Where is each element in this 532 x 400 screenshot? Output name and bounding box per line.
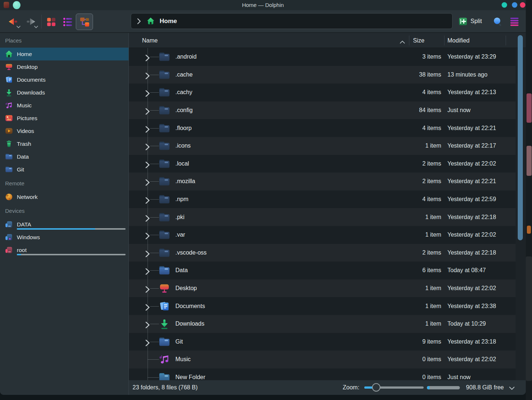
window-button-pink[interactable] [520,2,525,8]
table-row[interactable]: New Folder0 itemsJust now [129,368,516,380]
table-row[interactable]: .cache38 items13 minutes ago [129,66,516,84]
sidebar-item-data[interactable]: DATA [0,218,129,231]
file-name[interactable]: .vscode-oss [175,249,207,256]
table-row[interactable]: .floorp4 itemsYesterday at 22:21 [129,119,516,137]
folder-hidden-icon [158,229,171,241]
file-name[interactable]: .cache [175,71,193,78]
sidebar-item-data[interactable]: Data [0,150,129,163]
file-name[interactable]: .floorp [175,125,191,132]
breadcrumb-location[interactable]: Home [160,18,177,25]
column-header-name[interactable]: Name [142,33,158,48]
split-button[interactable]: Split [458,15,482,28]
file-name[interactable]: .local [175,160,189,167]
file-modified: Yesterday at 22:18 [447,249,496,256]
sidebar-item-desktop[interactable]: Desktop [0,60,129,73]
tree-branch-line [148,359,159,360]
table-row[interactable]: .icons1 itemYesterday at 22:17 [129,137,516,155]
sidebar-item-windows[interactable]: Windows [0,231,129,244]
table-row[interactable]: Downloads1 itemToday at 10:29 [129,315,516,333]
tree-branch-line [150,342,159,342]
table-row[interactable]: .mozilla2 itemsYesterday at 22:21 [129,173,516,190]
folder-icon [5,165,13,174]
free-space-chevron-icon[interactable] [509,385,515,389]
zoom-slider-handle[interactable] [372,383,380,392]
sidebar-item-git[interactable]: Git [0,163,129,176]
desktop-background-strip [526,0,532,400]
vertical-scrollbar[interactable] [518,35,523,240]
table-row[interactable]: Music0 itemsYesterday at 22:02 [129,351,516,368]
sidebar-item-trash[interactable]: Trash [0,137,129,150]
tree-branch-line [150,146,159,146]
split-button-label: Split [470,18,482,25]
file-name[interactable]: .pki [175,214,185,221]
table-row[interactable]: .pki1 itemYesterday at 22:18 [129,208,516,226]
sidebar-item-music[interactable]: Music [0,99,129,112]
device-usage-bar [17,228,126,230]
forward-button[interactable] [23,15,39,29]
sidebar-item-documents[interactable]: Documents [0,73,129,86]
home-icon[interactable] [146,17,155,25]
table-row[interactable]: .android3 itemsYesterday at 23:29 [129,48,516,66]
file-name[interactable]: Downloads [175,321,204,327]
sort-ascending-icon[interactable] [400,38,405,42]
table-row[interactable]: Data6 itemsToday at 08:47 [129,262,516,279]
file-modified: Yesterday at 22:02 [447,160,496,167]
sidebar-item-label: Downloads [17,89,45,96]
sidebar-item-label: Music [17,102,31,109]
icons-view-button[interactable] [44,15,58,29]
file-name[interactable]: .mozilla [175,178,195,185]
free-space-text: 908.8 GiB free [466,380,504,395]
table-row[interactable]: .local2 itemsYesterday at 22:02 [129,155,516,173]
back-history-chevron-icon[interactable] [16,26,21,28]
file-name[interactable]: Desktop [175,285,197,292]
file-modified: Yesterday at 22:02 [447,232,496,238]
file-modified: Yesterday at 22:18 [447,214,496,221]
file-name[interactable]: .var [175,232,185,238]
window-button-blue[interactable] [512,2,517,8]
sidebar-item-pictures[interactable]: Pictures [0,112,129,125]
back-button[interactable] [5,15,21,29]
file-name[interactable]: Documents [175,303,205,310]
tree-branch-line [150,128,159,129]
table-row[interactable]: Git9 itemsYesterday at 23:18 [129,333,516,351]
search-button[interactable] [491,15,504,28]
device-usage-bar [17,254,126,255]
sidebar-item-network[interactable]: Network [0,190,129,203]
column-header-size[interactable]: Size [413,33,424,48]
table-row[interactable]: .cachy4 itemsYesterday at 22:13 [129,84,516,101]
location-bar[interactable]: Home [131,13,453,29]
file-modified: Yesterday at 22:21 [447,178,496,185]
sidebar-item-downloads[interactable]: Downloads [0,86,129,99]
compact-view-button[interactable] [61,15,74,29]
window-button-teal[interactable] [502,2,507,8]
table-row[interactable]: .config84 itemsJust now [129,101,516,119]
file-name[interactable]: Git [175,338,183,345]
table-row[interactable]: Documents1 itemYesterday at 23:38 [129,297,516,315]
menu-button[interactable] [508,15,521,28]
folder-icon [5,152,13,161]
forward-history-chevron-icon[interactable] [34,26,38,28]
details-view-button[interactable] [76,14,93,30]
table-row[interactable]: .npm4 itemsYesterday at 22:59 [129,190,516,208]
file-name[interactable]: Music [175,356,191,363]
file-name[interactable]: .config [175,107,193,114]
table-row[interactable]: Desktop1 itemYesterday at 22:02 [129,279,516,297]
file-name[interactable]: .android [175,53,197,60]
column-header-modified[interactable]: Modified [447,33,469,48]
tree-branch-line [150,57,159,57]
sidebar-section-label: Remote [0,176,129,190]
folder-hidden-icon [158,69,171,81]
breadcrumb-root-chevron-icon[interactable] [137,18,141,25]
sidebar-item-home[interactable]: Home [0,48,129,60]
file-name[interactable]: New Folder [175,374,205,380]
table-row[interactable]: .vscode-oss2 itemsYesterday at 22:18 [129,244,516,262]
file-name[interactable]: .icons [175,142,191,149]
window-title: Home — Dolphin [0,0,526,10]
file-name[interactable]: .npm [175,196,189,203]
file-name[interactable]: .cachy [175,89,192,96]
table-row[interactable]: .var1 itemYesterday at 22:02 [129,226,516,244]
file-name[interactable]: Data [175,267,188,274]
sidebar-item-root[interactable]: root [0,244,129,256]
sidebar-item-videos[interactable]: Videos [0,125,129,137]
file-size: 1 item [368,303,441,310]
